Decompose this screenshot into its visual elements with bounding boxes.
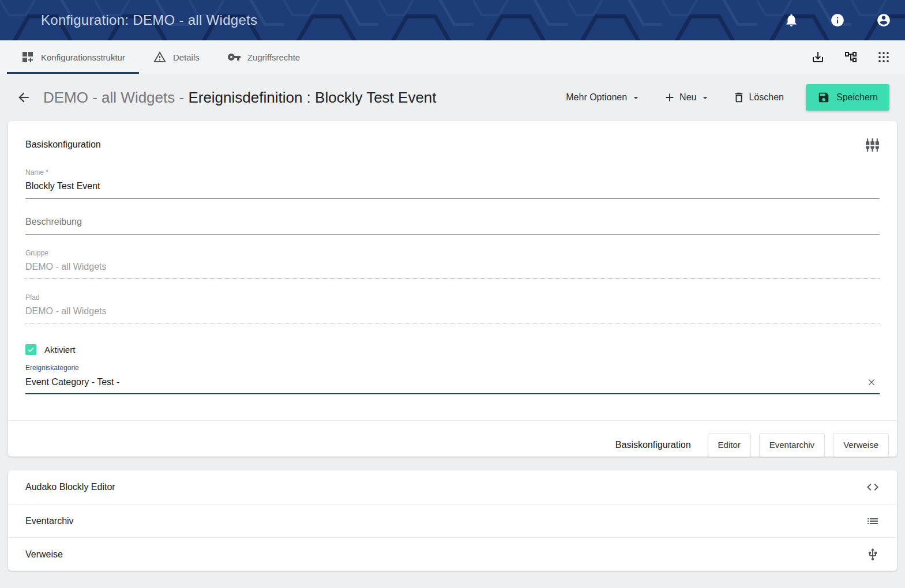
tab-zugriffsrechte[interactable]: Zugriffsrechte: [213, 40, 314, 74]
tree-icon[interactable]: [844, 50, 858, 64]
tab-bar: Konfigurationsstruktur Details Zugriffsr…: [0, 40, 905, 74]
page-title: DEMO - all Widgets - Ereignisdefinition …: [43, 89, 437, 107]
code-icon: [866, 480, 880, 494]
chevron-down-icon: [630, 92, 641, 103]
panel-eventarchiv[interactable]: Eventarchiv: [8, 504, 897, 537]
key-icon: [227, 50, 241, 64]
section-title: Basiskonfiguration: [25, 140, 101, 150]
more-options-button[interactable]: Mehr Optionen: [566, 92, 641, 103]
usb-icon: [866, 548, 880, 561]
aktiviert-label: Aktiviert: [44, 345, 75, 355]
save-label: Speichern: [836, 92, 878, 103]
save-button[interactable]: Speichern: [806, 84, 889, 111]
pfad-label: Pfad: [25, 293, 880, 301]
account-icon[interactable]: [876, 13, 891, 28]
pfad-value: DEMO - all Widgets: [25, 306, 880, 323]
apps-grid-icon[interactable]: [877, 50, 891, 64]
name-input[interactable]: [25, 181, 880, 199]
settings-input-icon[interactable]: [865, 138, 880, 152]
beschreibung-input[interactable]: [25, 217, 880, 235]
pfad-field: Pfad DEMO - all Widgets: [25, 293, 880, 323]
ereigniskategorie-input[interactable]: [25, 377, 866, 387]
toolbar-actions: Mehr Optionen Neu Löschen Speichern: [566, 84, 889, 111]
panel-verweise[interactable]: Verweise: [8, 537, 897, 571]
dashboard-customize-icon: [21, 50, 35, 64]
footer-section-label: Basiskonfiguration: [615, 440, 691, 450]
tab-konfigurationsstruktur[interactable]: Konfigurationsstruktur: [7, 40, 139, 74]
title-bar: DEMO - all Widgets - Ereignisdefinition …: [0, 74, 905, 121]
aktiviert-checkbox[interactable]: [25, 344, 36, 355]
breadcrumb-prefix: DEMO - all Widgets -: [43, 89, 188, 106]
check-icon: [27, 345, 35, 354]
app-header: Konfiguration: DEMO - all Widgets: [0, 0, 905, 40]
expansion-panels-card: Audako Blockly Editor Eventarchiv Verwei…: [8, 470, 897, 571]
ereigniskategorie-label: Ereigniskategorie: [25, 364, 880, 372]
plus-icon: [663, 91, 676, 104]
aktiviert-row: Aktiviert: [25, 344, 880, 355]
trash-icon: [733, 91, 745, 104]
tab-details[interactable]: Details: [139, 40, 213, 74]
gruppe-label: Gruppe: [25, 249, 880, 257]
app-title: Konfiguration: DEMO - all Widgets: [41, 12, 257, 28]
name-label: Name *: [25, 168, 880, 176]
clear-icon[interactable]: [866, 376, 877, 388]
beschreibung-field: [25, 217, 880, 235]
ereigniskategorie-input-wrap: [25, 376, 880, 394]
gruppe-field: Gruppe DEMO - all Widgets: [25, 249, 880, 279]
eventarchiv-button[interactable]: Eventarchiv: [759, 433, 825, 457]
card-footer: Basiskonfiguration Editor Eventarchiv Ve…: [25, 421, 889, 469]
panel-label: Eventarchiv: [25, 516, 74, 526]
more-options-label: Mehr Optionen: [566, 92, 627, 103]
tabbar-actions: [811, 40, 905, 74]
tab-label: Zugriffsrechte: [247, 52, 300, 62]
section-header: Basiskonfiguration: [25, 136, 880, 153]
save-icon: [817, 91, 830, 104]
tab-label: Details: [173, 52, 200, 62]
new-label: Neu: [679, 92, 696, 103]
download-icon[interactable]: [811, 50, 825, 64]
editor-button[interactable]: Editor: [708, 433, 751, 457]
panel-label: Verweise: [25, 549, 63, 560]
warning-icon: [153, 50, 167, 64]
name-field: Name *: [25, 168, 880, 199]
bell-icon[interactable]: [784, 13, 799, 28]
info-icon[interactable]: [830, 13, 845, 28]
chevron-down-icon: [700, 92, 711, 103]
basiskonfiguration-card: Basiskonfiguration Name * Gruppe DEMO - …: [8, 121, 897, 457]
back-arrow-icon[interactable]: [16, 90, 31, 105]
list-icon: [866, 514, 880, 528]
breadcrumb-current: Ereignisdefinition : Blockly Test Event: [188, 89, 436, 106]
header-actions: [784, 13, 891, 28]
gruppe-value: DEMO - all Widgets: [25, 262, 880, 279]
tab-label: Konfigurationsstruktur: [41, 52, 125, 62]
panel-label: Audako Blockly Editor: [25, 482, 115, 492]
ereigniskategorie-field: Ereigniskategorie: [25, 364, 880, 394]
new-button[interactable]: Neu: [663, 91, 711, 104]
panel-audako-blockly-editor[interactable]: Audako Blockly Editor: [8, 470, 897, 504]
delete-button[interactable]: Löschen: [733, 91, 784, 104]
delete-label: Löschen: [749, 92, 784, 103]
verweise-button[interactable]: Verweise: [833, 433, 889, 457]
